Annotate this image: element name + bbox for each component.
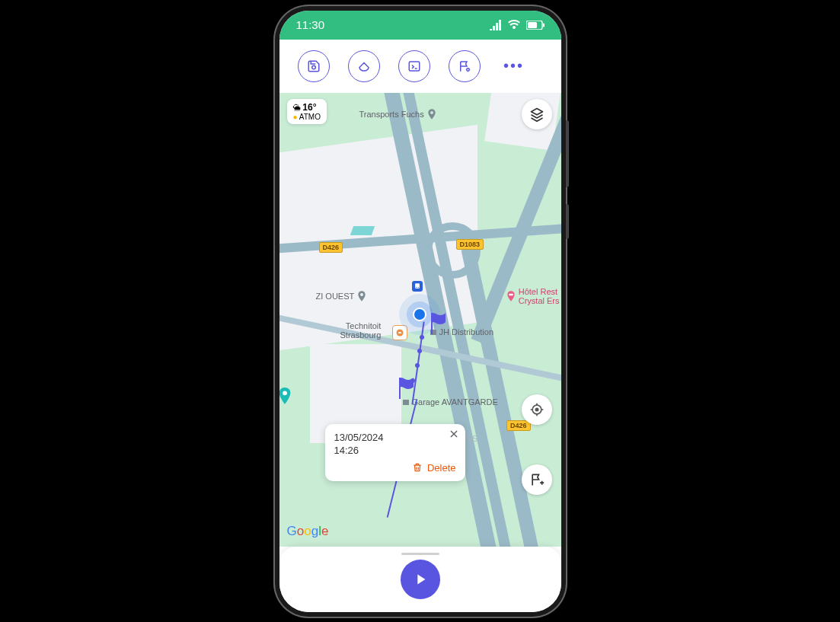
bottom-bar	[279, 547, 561, 612]
current-location	[413, 308, 426, 321]
flag-plus-icon	[529, 472, 545, 487]
svg-point-13	[417, 287, 418, 288]
weather-source: ● ATMO	[293, 113, 321, 121]
svg-rect-4	[409, 62, 420, 71]
google-attribution: Google	[287, 524, 329, 539]
locate-icon	[529, 402, 545, 417]
share-button[interactable]	[348, 50, 380, 82]
svg-point-10	[283, 391, 287, 395]
add-flag-button[interactable]	[522, 464, 552, 495]
layers-icon	[529, 107, 545, 122]
play-icon	[412, 571, 429, 588]
terminal-button[interactable]	[398, 50, 430, 82]
drag-handle[interactable]	[401, 553, 439, 555]
flag-marker-1[interactable]	[428, 311, 448, 334]
status-icons	[490, 20, 545, 30]
pin-icon	[356, 289, 368, 304]
poi-technitoit: Technitoit Strasbourg	[340, 321, 382, 340]
toolbar: •••	[279, 40, 561, 93]
trash-icon	[412, 462, 423, 473]
layers-button[interactable]	[522, 99, 552, 129]
svg-rect-1	[528, 22, 537, 28]
svg-rect-9	[403, 400, 409, 405]
poi-hotel: Hôtel Rest Crystal Ers	[505, 287, 560, 305]
popup-delete-button[interactable]: Delete	[334, 462, 456, 474]
weather-widget[interactable]: 🌦 16° ● ATMO	[287, 99, 327, 124]
signal-icon	[490, 20, 502, 30]
battery-icon	[526, 21, 545, 30]
poi-transports-fuchs: Transports Fuchs	[359, 107, 438, 122]
teal-pin-icon	[279, 388, 292, 404]
svg-point-5	[466, 68, 468, 70]
weather-temp: 🌦 16°	[293, 102, 321, 113]
svg-point-15	[535, 408, 538, 410]
pin-icon	[426, 107, 438, 122]
route-badge-d1083: D1083	[456, 239, 484, 250]
wifi-icon	[508, 20, 520, 30]
status-bar: 11:30	[279, 11, 561, 40]
svg-rect-6	[509, 293, 513, 295]
svg-point-12	[416, 287, 417, 288]
poi-zi-ouest: ZI OUEST	[316, 289, 369, 304]
save-button[interactable]	[298, 50, 330, 82]
locate-button[interactable]	[522, 394, 552, 425]
transit-stop-icon	[412, 281, 423, 292]
play-button[interactable]	[401, 560, 440, 599]
technitoit-marker	[392, 325, 407, 340]
share-icon	[357, 59, 371, 73]
svg-rect-2	[543, 23, 545, 27]
more-button[interactable]: •••	[499, 51, 529, 81]
popup-close-button[interactable]	[449, 429, 459, 442]
flag-marker-2[interactable]	[396, 376, 416, 399]
popup-datetime: 13/05/2024 14:26	[334, 432, 456, 458]
flag-settings-icon	[458, 59, 471, 73]
save-icon	[307, 59, 321, 73]
route-badge-d426: D426	[319, 242, 343, 253]
marker-popup: 13/05/2024 14:26 Delete	[325, 424, 465, 481]
map[interactable]: D426 D426 D1083 Transports Fuchs ZI OUES…	[279, 93, 561, 547]
status-time: 11:30	[296, 18, 325, 31]
more-icon: •••	[503, 57, 524, 75]
svg-rect-11	[415, 283, 420, 289]
close-icon	[449, 429, 459, 439]
svg-point-3	[311, 65, 315, 69]
hotel-pin-icon	[505, 289, 517, 304]
flag-settings-button[interactable]	[449, 50, 481, 82]
terminal-icon	[407, 59, 421, 73]
